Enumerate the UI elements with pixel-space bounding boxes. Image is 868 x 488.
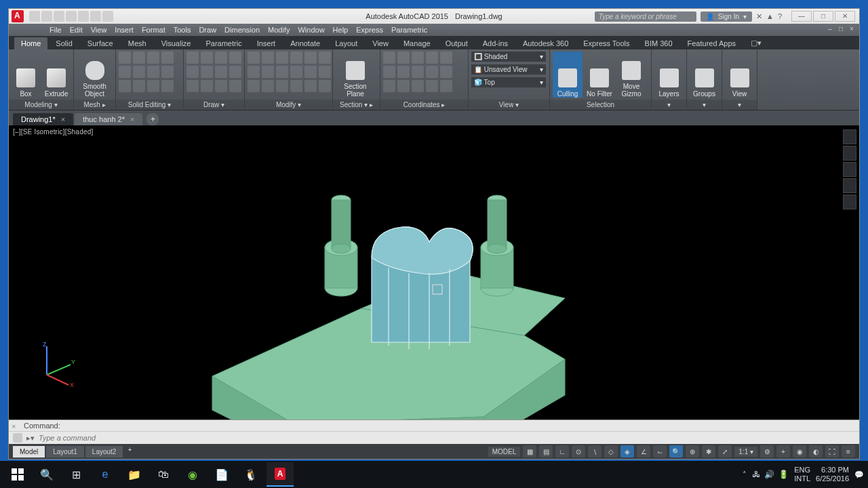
tray-language[interactable]: ENG INTL: [794, 466, 810, 483]
qat-saveas-icon[interactable]: [66, 11, 77, 22]
file-tab-0-close-icon[interactable]: ×: [61, 115, 65, 123]
ucs-icon-button[interactable]: [440, 66, 452, 78]
layout-tab-1[interactable]: Layout1: [46, 446, 84, 458]
task-view-icon[interactable]: ⊞: [62, 462, 90, 487]
ucs-icon[interactable]: Z Y X: [33, 341, 81, 388]
line-button[interactable]: [186, 52, 199, 64]
tab-layout[interactable]: Layout: [328, 37, 364, 49]
spline-button[interactable]: [229, 66, 241, 78]
utorrent-icon[interactable]: ◉: [179, 462, 206, 487]
ucs-y-button[interactable]: [397, 66, 410, 78]
qat-plot-icon[interactable]: [78, 11, 89, 22]
viewpanel-button[interactable]: View: [725, 52, 754, 98]
ucs-prev-button[interactable]: [397, 52, 410, 64]
culling-button[interactable]: Culling: [553, 52, 583, 98]
mdi-close-button[interactable]: ×: [847, 25, 856, 33]
menu-parametric[interactable]: Parametric: [391, 26, 427, 34]
taper-face-button[interactable]: [133, 66, 145, 78]
array-button[interactable]: [304, 66, 317, 78]
qat-undo-icon[interactable]: [90, 11, 101, 22]
help-icon[interactable]: ?: [778, 12, 782, 20]
modelspace-toggle[interactable]: MODEL: [488, 447, 521, 457]
ucs-face-button[interactable]: [412, 52, 424, 64]
tray-clock[interactable]: 6:30 PM 6/25/2016: [816, 466, 849, 483]
polar-toggle-icon[interactable]: ⊙: [572, 445, 585, 458]
snap-toggle-icon[interactable]: ▤: [539, 445, 553, 458]
tab-autodesk360[interactable]: Autodesk 360: [516, 37, 575, 49]
ucs-3p-button[interactable]: [426, 66, 438, 78]
tab-view[interactable]: View: [366, 37, 395, 49]
clean-button[interactable]: [133, 80, 145, 92]
nav-orbit-icon[interactable]: [843, 178, 856, 193]
annotation-visibility-icon[interactable]: ✱: [702, 445, 715, 458]
groups-button[interactable]: Groups: [690, 52, 719, 98]
intersect-button[interactable]: [147, 52, 159, 64]
tab-visualize[interactable]: Visualize: [155, 37, 198, 49]
menu-file[interactable]: File: [50, 26, 62, 34]
hardware-accel-icon[interactable]: ◉: [793, 445, 806, 458]
file-tab-1[interactable]: thuc hanh 2*×: [75, 113, 142, 125]
ucs-x-button[interactable]: [383, 66, 395, 78]
check-button[interactable]: [147, 80, 159, 92]
tab-parametric[interactable]: Parametric: [199, 37, 248, 49]
ucs-world-button[interactable]: [383, 52, 395, 64]
tab-mesh[interactable]: Mesh: [121, 37, 153, 49]
customize-status-icon[interactable]: ≡: [842, 445, 855, 458]
erase-button[interactable]: [248, 80, 260, 92]
layout-tab-2[interactable]: Layout2: [85, 446, 123, 458]
autodesk360-icon[interactable]: ▲: [766, 12, 774, 20]
cmd-wrench-icon[interactable]: [13, 433, 22, 443]
subtract-button[interactable]: [133, 52, 145, 64]
offset-button[interactable]: [319, 66, 331, 78]
panel-layers-expand[interactable]: ▾: [652, 100, 686, 110]
polygon-button[interactable]: [201, 66, 213, 78]
ellipse-button[interactable]: [215, 66, 227, 78]
copy-button[interactable]: [262, 52, 274, 64]
saved-view-dropdown[interactable]: 📋 Unsaved View▾: [471, 64, 546, 75]
signin-button[interactable]: 👤 Sign In ▾: [701, 12, 752, 22]
exchange-icon[interactable]: ✕: [756, 12, 762, 21]
command-line[interactable]: ▸▾: [9, 432, 859, 444]
shell-button[interactable]: [161, 66, 174, 78]
autoscale-icon[interactable]: ⤢: [718, 445, 732, 458]
ucs-rotate-button[interactable]: [412, 80, 424, 92]
menu-window[interactable]: Window: [298, 26, 324, 34]
nav-pan-icon[interactable]: [843, 146, 856, 161]
tab-manage[interactable]: Manage: [397, 37, 437, 49]
hatch-button[interactable]: [229, 80, 241, 92]
mirror-button[interactable]: [290, 52, 302, 64]
mdi-minimize-button[interactable]: –: [825, 25, 835, 33]
extrude-button[interactable]: Extrude: [42, 52, 71, 98]
tab-solid[interactable]: Solid: [49, 37, 79, 49]
annotation-monitor-icon[interactable]: +: [776, 445, 790, 458]
rotate-button[interactable]: [276, 52, 288, 64]
layers-button[interactable]: Layers: [654, 52, 684, 98]
smooth-object-button[interactable]: Smooth Object: [77, 52, 113, 98]
tab-annotate[interactable]: Annotate: [283, 37, 327, 49]
menu-express[interactable]: Express: [356, 26, 383, 34]
grid-toggle-icon[interactable]: ▦: [523, 445, 536, 458]
qat-open-icon[interactable]: [41, 11, 52, 22]
clean-screen-icon[interactable]: ⛶: [825, 445, 839, 458]
scale-button[interactable]: [319, 52, 331, 64]
panel-mesh[interactable]: Mesh ▸: [74, 100, 115, 110]
section-plane-button[interactable]: Section Plane: [336, 52, 375, 98]
nav-fullnav-icon[interactable]: [843, 129, 856, 144]
ucs-obj-button[interactable]: [397, 80, 410, 92]
help-search-input[interactable]: Type a keyword or phrase: [595, 12, 696, 22]
separate-button[interactable]: [119, 80, 131, 92]
panel-groups-expand[interactable]: ▾: [687, 100, 722, 110]
panel-modify[interactable]: Modify ▾: [245, 100, 332, 110]
menu-view[interactable]: View: [91, 26, 107, 34]
explode-button[interactable]: [262, 80, 274, 92]
store-icon[interactable]: 🛍: [150, 462, 177, 487]
menu-help[interactable]: Help: [333, 26, 349, 34]
tab-featuredapps[interactable]: Featured Apps: [681, 37, 743, 49]
menu-draw[interactable]: Draw: [199, 26, 216, 34]
command-input[interactable]: [39, 434, 855, 442]
maximize-button[interactable]: □: [813, 11, 833, 22]
polyline-button[interactable]: [201, 52, 213, 64]
panel-view[interactable]: View ▾: [469, 100, 549, 110]
panel-viewexpand[interactable]: ▾: [722, 100, 757, 110]
taskbar-app-1-icon[interactable]: 📄: [208, 462, 235, 487]
